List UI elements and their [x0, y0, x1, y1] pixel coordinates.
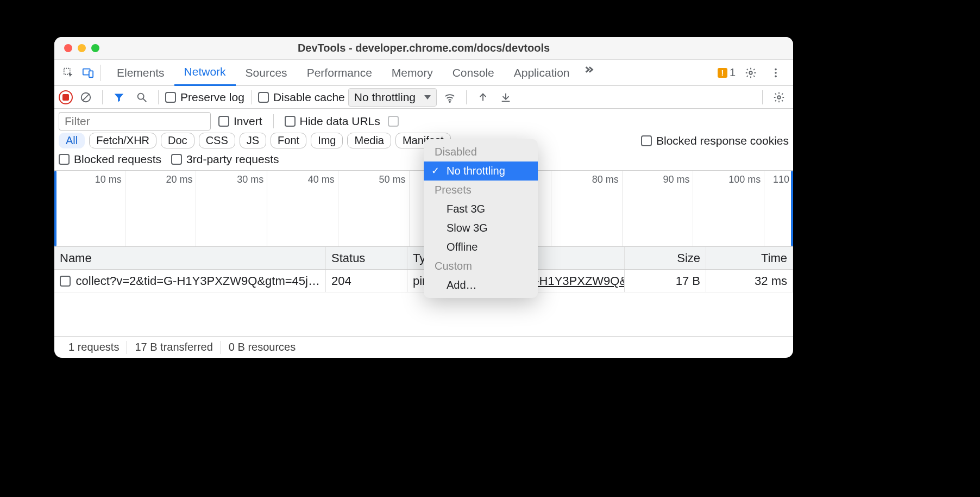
col-time[interactable]: Time [706, 247, 793, 269]
dropdown-item-no-throttling[interactable]: No throttling [424, 161, 538, 181]
hidden-checkbox[interactable] [388, 116, 399, 127]
svg-point-9 [138, 93, 144, 99]
network-settings-icon[interactable] [769, 88, 789, 107]
filter-pill-all[interactable]: All [59, 133, 85, 148]
svg-point-12 [777, 96, 781, 99]
tabs-right: !1 [718, 63, 789, 83]
status-resources: 0 B resources [221, 341, 303, 353]
main-tabs-row: Elements Network Sources Performance Mem… [54, 60, 793, 86]
filter-pill-doc[interactable]: Doc [161, 133, 194, 148]
devtools-window: DevTools - developer.chrome.com/docs/dev… [54, 37, 793, 358]
issues-badge[interactable]: !1 [718, 66, 736, 79]
svg-point-6 [775, 75, 777, 77]
col-size[interactable]: Size [625, 247, 706, 269]
dropdown-item-slow-3g[interactable]: Slow 3G [424, 219, 538, 238]
dropdown-item-add[interactable]: Add… [424, 276, 538, 295]
zoom-window-button[interactable] [91, 44, 99, 52]
traffic-lights [54, 44, 99, 52]
inspect-element-icon[interactable] [59, 63, 78, 83]
col-name[interactable]: Name [54, 247, 326, 269]
throttling-dropdown: Disabled No throttling Presets Fast 3G S… [424, 139, 538, 298]
status-bar: 1 requests 17 B transferred 0 B resource… [54, 336, 793, 358]
svg-point-5 [775, 72, 777, 74]
divider [251, 90, 252, 104]
col-status[interactable]: Status [326, 247, 407, 269]
divider [100, 65, 100, 81]
request-size: 17 B [625, 270, 706, 292]
third-party-checkbox[interactable]: 3rd-party requests [171, 153, 279, 166]
disable-cache-checkbox[interactable]: Disable cache [258, 91, 345, 104]
network-toolbar: Preserve log Disable cache No throttling [54, 86, 793, 109]
dropdown-header-disabled: Disabled [424, 142, 538, 161]
status-transferred: 17 B transferred [127, 341, 220, 353]
chevron-down-icon [424, 95, 431, 100]
divider [273, 114, 274, 128]
tab-application[interactable]: Application [504, 60, 580, 86]
more-tabs-icon[interactable] [579, 60, 599, 79]
request-status: 204 [326, 270, 407, 292]
tab-sources[interactable]: Sources [236, 60, 297, 86]
divider [158, 90, 159, 104]
record-button[interactable] [59, 90, 73, 104]
dropdown-header-custom: Custom [424, 257, 538, 276]
filter-input[interactable] [59, 112, 211, 131]
filter-pill-fetch[interactable]: Fetch/XHR [89, 133, 156, 148]
timeline-tick: 90 ms [663, 174, 689, 185]
tab-elements[interactable]: Elements [107, 60, 174, 86]
divider [762, 90, 763, 104]
timeline-tick: 10 ms [95, 174, 122, 185]
tab-network[interactable]: Network [174, 60, 236, 86]
tab-performance[interactable]: Performance [297, 60, 382, 86]
request-time: 32 ms [706, 270, 793, 292]
clear-icon[interactable] [76, 88, 96, 107]
tab-console[interactable]: Console [443, 60, 504, 86]
svg-point-4 [775, 68, 777, 70]
timeline-tick: 20 ms [166, 174, 192, 185]
download-har-icon[interactable] [496, 88, 516, 107]
timeline-tick: 40 ms [308, 174, 335, 185]
issues-count: 1 [730, 66, 736, 79]
kebab-menu-icon[interactable] [766, 63, 786, 83]
svg-point-11 [449, 101, 450, 102]
svg-line-10 [143, 98, 147, 102]
filter-pill-css[interactable]: CSS [199, 133, 235, 148]
tab-memory[interactable]: Memory [382, 60, 443, 86]
filter-pill-img[interactable]: Img [311, 133, 343, 148]
timeline-tick: 50 ms [379, 174, 406, 185]
timeline-right-handle[interactable] [791, 171, 793, 246]
minimize-window-button[interactable] [78, 44, 86, 52]
filter-pill-media[interactable]: Media [347, 133, 391, 148]
panel-tabs: Elements Network Sources Performance Mem… [107, 60, 718, 86]
throttling-select[interactable]: No throttling [348, 88, 437, 107]
timeline-tick: 110 [773, 174, 789, 185]
request-name: collect?v=2&tid=G-H1Y3PXZW9Q&gtm=45je… [76, 274, 320, 288]
filter-pill-js[interactable]: JS [240, 133, 266, 148]
blocked-requests-checkbox[interactable]: Blocked requests [59, 153, 161, 166]
window-title: DevTools - developer.chrome.com/docs/dev… [54, 42, 793, 54]
upload-har-icon[interactable] [473, 88, 493, 107]
divider [466, 90, 467, 104]
dropdown-item-offline[interactable]: Offline [424, 238, 538, 257]
timeline-tick: 30 ms [237, 174, 263, 185]
svg-rect-2 [89, 71, 93, 77]
row-checkbox[interactable] [60, 276, 71, 287]
filter-toggle-icon[interactable] [109, 88, 129, 107]
settings-icon[interactable] [741, 63, 761, 83]
search-icon[interactable] [132, 88, 152, 107]
svg-point-3 [749, 71, 752, 74]
filter-pill-font[interactable]: Font [271, 133, 306, 148]
dropdown-item-fast-3g[interactable]: Fast 3G [424, 200, 538, 219]
timeline-tick: 80 ms [592, 174, 619, 185]
timeline-tick: 100 ms [728, 174, 761, 185]
network-conditions-icon[interactable] [440, 88, 460, 107]
status-requests: 1 requests [61, 341, 127, 353]
hide-data-urls-checkbox[interactable]: Hide data URLs [285, 115, 380, 128]
close-window-button[interactable] [64, 44, 72, 52]
dropdown-header-presets: Presets [424, 181, 538, 200]
titlebar: DevTools - developer.chrome.com/docs/dev… [54, 37, 793, 60]
device-toolbar-icon[interactable] [78, 63, 98, 83]
preserve-log-checkbox[interactable]: Preserve log [165, 91, 244, 104]
invert-checkbox[interactable]: Invert [218, 115, 262, 128]
filter-row: Invert Hide data URLs [54, 109, 793, 131]
blocked-response-cookies-checkbox[interactable]: Blocked response cookies [641, 134, 789, 147]
